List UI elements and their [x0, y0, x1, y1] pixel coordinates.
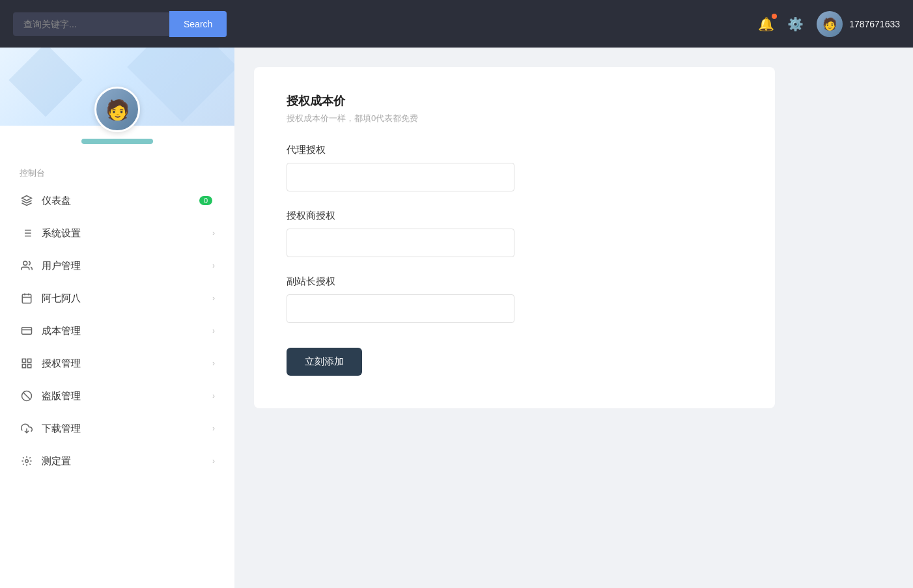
sidebar-menu: 仪表盘 0 系统设置 › — [0, 184, 234, 477]
sidebar-item-users[interactable]: 用户管理 › — [0, 249, 234, 282]
download-arrow: › — [212, 424, 215, 433]
form-group-agent-auth: 代理授权 — [287, 144, 742, 191]
search-button[interactable]: Search — [169, 11, 227, 37]
header-right: 🔔 ⚙️ 🧑 1787671633 — [758, 11, 900, 37]
agent-auth-input[interactable] — [287, 163, 514, 191]
diamond-decor-1 — [127, 48, 234, 122]
header: Search 🔔 ⚙️ 🧑 1787671633 — [0, 0, 913, 48]
sidebar-profile: 🧑 — [0, 48, 234, 157]
dashboard-label: 仪表盘 — [42, 195, 199, 207]
sidebar-item-aqab[interactable]: 阿七阿八 › — [0, 282, 234, 315]
sidebar-item-auth[interactable]: 授权管理 › — [0, 347, 234, 380]
svg-rect-15 — [28, 365, 31, 368]
sidebar-item-system[interactable]: 系统设置 › — [0, 217, 234, 249]
svg-rect-11 — [22, 328, 32, 335]
sidebar-item-more[interactable]: 测定置 › — [0, 445, 234, 477]
form-group-sub-admin-auth: 副站长授权 — [287, 275, 742, 323]
diamond-decor-2 — [8, 48, 82, 117]
form-card: 授权成本价 授权成本价一样，都填0代表都免费 代理授权 授权商授权 副站长授权 … — [254, 67, 775, 408]
svg-rect-16 — [22, 365, 25, 368]
system-icon — [20, 226, 34, 240]
main-content: 授权成本价 授权成本价一样，都填0代表都免费 代理授权 授权商授权 副站长授权 … — [234, 48, 913, 588]
notification-icon[interactable]: 🔔 — [758, 16, 774, 32]
system-arrow: › — [212, 229, 215, 238]
users-label: 用户管理 — [42, 260, 212, 272]
auth-label: 授权管理 — [42, 357, 212, 370]
system-label: 系统设置 — [42, 227, 212, 240]
notification-badge — [772, 14, 777, 19]
auth-icon — [20, 356, 34, 371]
avatar: 🧑 — [817, 11, 843, 37]
more-arrow: › — [212, 456, 215, 466]
more-label: 测定置 — [42, 455, 212, 468]
dashboard-badge: 0 — [199, 196, 212, 205]
settings-icon[interactable]: ⚙️ — [787, 16, 804, 32]
svg-rect-7 — [22, 294, 31, 303]
svg-line-18 — [23, 393, 31, 400]
svg-point-20 — [25, 460, 29, 463]
avatar-image: 🧑 — [817, 11, 843, 37]
piracy-label: 盗版管理 — [42, 390, 212, 402]
cost-arrow: › — [212, 326, 215, 335]
sidebar-item-dashboard[interactable]: 仪表盘 0 — [0, 184, 234, 217]
sub-admin-auth-input[interactable] — [287, 294, 514, 323]
agent-auth-label: 代理授权 — [287, 144, 742, 156]
form-group-licensor-auth: 授权商授权 — [287, 210, 742, 257]
svg-point-6 — [23, 261, 27, 265]
users-arrow: › — [212, 261, 215, 270]
licensor-auth-label: 授权商授权 — [287, 210, 742, 222]
piracy-icon — [20, 389, 34, 403]
users-icon — [20, 259, 34, 273]
sidebar-item-cost[interactable]: 成本管理 › — [0, 315, 234, 347]
sidebar-section-title: 控制台 — [0, 157, 234, 184]
licensor-auth-input[interactable] — [287, 229, 514, 257]
sidebar-item-piracy[interactable]: 盗版管理 › — [0, 380, 234, 412]
dashboard-icon — [20, 193, 34, 208]
download-label: 下载管理 — [42, 423, 212, 435]
search-area: Search — [13, 11, 227, 37]
sub-admin-auth-label: 副站长授权 — [287, 275, 742, 288]
profile-name-bar — [81, 139, 153, 144]
svg-rect-13 — [22, 359, 25, 362]
svg-rect-14 — [28, 359, 31, 362]
cost-label: 成本管理 — [42, 325, 212, 337]
sidebar: 🧑 控制台 仪表盘 0 — [0, 48, 234, 588]
submit-button[interactable]: 立刻添加 — [287, 348, 362, 376]
sidebar-item-download[interactable]: 下载管理 › — [0, 412, 234, 445]
cost-icon — [20, 324, 34, 338]
username: 1787671633 — [849, 19, 900, 29]
layout: 🧑 控制台 仪表盘 0 — [0, 48, 913, 588]
form-subtitle: 授权成本价一样，都填0代表都免费 — [287, 113, 742, 124]
more-icon — [20, 454, 34, 468]
auth-arrow: › — [212, 359, 215, 368]
search-input[interactable] — [13, 12, 169, 36]
form-title: 授权成本价 — [287, 93, 742, 109]
piracy-arrow: › — [212, 391, 215, 400]
aqab-icon — [20, 291, 34, 305]
user-area[interactable]: 🧑 1787671633 — [817, 11, 900, 37]
aqab-arrow: › — [212, 294, 215, 303]
download-icon — [20, 421, 34, 436]
profile-avatar: 🧑 — [94, 87, 140, 132]
aqab-label: 阿七阿八 — [42, 292, 212, 305]
